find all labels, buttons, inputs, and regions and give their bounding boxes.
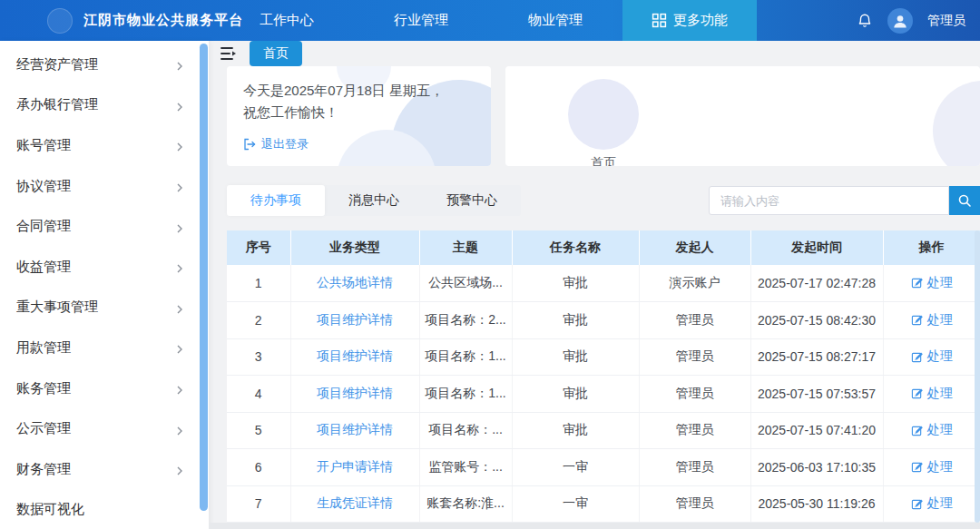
handle-action-link[interactable]: 处理 [911,275,953,291]
cell-seq: 3 [227,338,290,376]
sidebar-item-contract[interactable]: 合同管理 [0,206,209,247]
nav-item-work-center[interactable]: 工作中心 [220,0,354,41]
sidebar-item-account-number[interactable]: 账号管理 [0,125,209,166]
search-bar [709,186,980,215]
handle-action-link[interactable]: 处理 [911,348,953,365]
cell-subject: 账套名称:淮... [419,485,512,523]
cell-subject: 监管账号：... [419,449,512,486]
cell-seq: 1 [227,265,290,302]
home-shortcut-icon [568,79,639,150]
cell-seq: 7 [227,485,290,523]
nav-item-label: 更多功能 [673,12,728,29]
tab-todo-items[interactable]: 待办事项 [227,185,325,216]
handle-label: 处理 [927,495,953,512]
edit-icon [911,277,923,289]
sidebar-item-accounting[interactable]: 账务管理 [0,368,209,409]
table-row: 3 项目维护详情 项目名称：1... 审批 管理员 2025-07-15 08:… [227,338,980,376]
sidebar-item-label: 经营资产管理 [16,56,98,73]
cell-initiator: 演示账户 [639,265,750,302]
business-type-link[interactable]: 项目维护详情 [317,348,393,363]
sidebar-item-fund-usage[interactable]: 用款管理 [0,328,209,368]
shortcut-home[interactable]: 首页 [565,79,642,166]
edit-icon [911,498,923,510]
handle-action-link[interactable]: 处理 [911,312,953,328]
search-input[interactable] [709,186,949,215]
sidebar-menu: 经营资产管理 承办银行管理 账号管理 协议管理 合同管理 收益管理 [0,41,209,529]
tab-warning-center[interactable]: 预警中心 [423,185,521,216]
sidebar-item-data-visualization[interactable]: 数据可视化 [0,490,209,529]
chevron-right-icon [174,424,185,435]
business-type-link[interactable]: 生成凭证详情 [317,495,393,510]
table-vertical-scrollbar[interactable] [975,230,980,523]
search-button[interactable] [949,186,980,215]
handle-action-link[interactable]: 处理 [911,495,953,512]
user-avatar[interactable] [887,8,913,34]
handle-action-link[interactable]: 处理 [911,459,953,475]
horizontal-scrollbar[interactable] [209,523,980,529]
edit-icon [911,387,923,399]
sidebar-item-operating-assets[interactable]: 经营资产管理 [0,44,209,85]
cell-subject: 公共区域场... [419,265,512,302]
sidebar-item-label: 承办银行管理 [16,96,98,113]
cell-time: 2025-07-15 08:42:30 [750,302,883,339]
sidebar-item-revenue[interactable]: 收益管理 [0,247,209,288]
cell-subject: 项目名称：1... [419,376,512,413]
nav-item-label: 工作中心 [260,12,314,29]
table-row: 5 项目维护详情 项目名称：... 审批 管理员 2025-07-15 07:4… [227,412,980,449]
sidebar-scrollbar[interactable] [200,44,208,511]
edit-icon [911,314,923,326]
business-type-link[interactable]: 开户申请详情 [317,459,393,474]
cell-seq: 5 [227,412,290,449]
nav-item-industry-management[interactable]: 行业管理 [354,0,488,41]
navbar-right: 管理员 [857,0,965,41]
chevron-right-icon [174,383,185,394]
collapse-menu-icon[interactable] [220,46,237,61]
cell-task: 审批 [512,376,639,413]
sidebar-item-label: 协议管理 [16,178,71,195]
cell-time: 2025-07-17 02:47:28 [750,265,883,302]
chevron-right-icon [174,59,185,70]
business-type-link[interactable]: 项目维护详情 [317,386,393,400]
current-username[interactable]: 管理员 [927,13,965,29]
business-type-link[interactable]: 公共场地详情 [317,275,393,289]
nav-item-more-functions[interactable]: 更多功能 [622,0,757,41]
business-type-link[interactable]: 项目维护详情 [317,312,393,327]
handle-label: 处理 [927,275,953,291]
chevron-right-icon [174,302,185,313]
cell-subject: 项目名称：1... [419,338,512,376]
notification-bell-icon[interactable] [857,13,873,29]
nav-item-label: 行业管理 [394,12,448,29]
cell-initiator: 管理员 [639,302,750,339]
shortcut-label: 首页 [591,155,616,166]
app-logo [47,8,73,34]
chevron-right-icon [174,342,185,353]
chevron-right-icon [174,261,185,272]
nav-item-property-management[interactable]: 物业管理 [488,0,622,41]
sidebar-item-label: 账号管理 [16,137,71,154]
sidebar-item-undertaking-bank[interactable]: 承办银行管理 [0,85,209,126]
logout-link[interactable]: 退出登录 [243,136,475,152]
handle-label: 处理 [927,348,953,365]
logout-icon [243,138,256,151]
home-page-tag[interactable]: 首页 [250,41,302,66]
business-type-link[interactable]: 项目维护详情 [317,422,393,436]
tab-message-center[interactable]: 消息中心 [325,185,423,216]
handle-action-link[interactable]: 处理 [911,386,953,402]
sidebar-item-publicity[interactable]: 公示管理 [0,408,209,449]
welcome-line2: 祝您工作愉快！ [243,102,475,123]
table-row: 4 项目维护详情 项目名称：1... 审批 管理员 2025-07-15 07:… [227,376,980,413]
sidebar-item-agreement[interactable]: 协议管理 [0,166,209,207]
chevron-right-icon [174,464,185,475]
sidebar-item-finance[interactable]: 财务管理 [0,449,209,490]
sidebar-item-label: 收益管理 [16,259,71,276]
column-header-action: 操作 [883,230,980,265]
cell-initiator: 管理员 [639,412,750,449]
column-header-seq: 序号 [227,230,290,265]
column-header-subject: 主题 [419,230,512,265]
table-row: 1 公共场地详情 公共区域场... 审批 演示账户 2025-07-17 02:… [227,265,980,302]
top-navbar: 江阴市物业公共服务平台 工作中心 行业管理 物业管理 更多功能 [0,0,980,41]
cell-task: 审批 [512,302,639,339]
handle-action-link[interactable]: 处理 [911,422,953,438]
sidebar-item-major-matters[interactable]: 重大事项管理 [0,288,209,328]
cell-time: 2025-07-15 08:27:17 [750,338,883,376]
